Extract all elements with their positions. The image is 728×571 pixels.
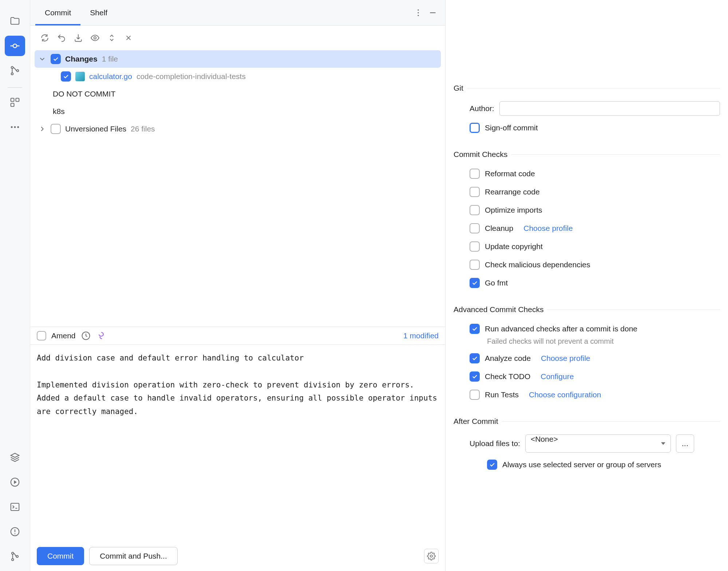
svg-point-19 xyxy=(16,555,19,558)
preview-icon[interactable] xyxy=(88,31,102,44)
git-section-title: Git xyxy=(454,84,720,92)
options-kebab-icon[interactable] xyxy=(411,5,426,20)
run-advanced-label: Run advanced checks after a commit is do… xyxy=(485,324,637,333)
run-advanced-hint: Failed checks will not prevent a commit xyxy=(454,337,720,346)
changed-file-row[interactable]: calculator.go code-completion-individual… xyxy=(35,68,441,85)
run-advanced-checkbox[interactable] xyxy=(470,324,480,334)
tabs-bar: Commit Shelf xyxy=(30,0,445,25)
upload-browse-button[interactable]: ... xyxy=(676,434,694,453)
minimize-icon[interactable] xyxy=(426,5,440,20)
rollback-icon[interactable] xyxy=(55,31,68,44)
refresh-icon[interactable] xyxy=(38,31,51,44)
copyright-checkbox[interactable] xyxy=(470,241,480,252)
gear-icon[interactable] xyxy=(424,549,439,563)
tests-row[interactable]: Run Tests Choose configuration xyxy=(454,386,720,404)
run-advanced-row[interactable]: Run advanced checks after a commit is do… xyxy=(454,320,720,338)
git-icon[interactable] xyxy=(5,546,25,567)
author-label: Author: xyxy=(470,104,494,113)
analyze-row[interactable]: Analyze code Choose profile xyxy=(454,349,720,367)
changes-checkbox[interactable] xyxy=(51,54,61,64)
unshelve-icon[interactable] xyxy=(72,31,85,44)
svg-point-17 xyxy=(12,552,14,555)
changelist-do-not-commit[interactable]: DO NOT COMMIT xyxy=(35,85,441,103)
gofmt-label: Go fmt xyxy=(485,279,508,287)
commit-message-textarea[interactable]: Add division case and default error hand… xyxy=(30,344,445,541)
svg-rect-13 xyxy=(11,503,19,511)
todo-configure-link[interactable]: Configure xyxy=(541,372,574,381)
chevron-right-icon[interactable] xyxy=(38,125,46,133)
cleanup-checkbox[interactable] xyxy=(470,223,480,233)
history-icon[interactable] xyxy=(81,331,91,341)
rearrange-label: Rearrange code xyxy=(485,188,540,196)
amend-checkbox[interactable] xyxy=(37,331,46,340)
always-server-checkbox[interactable] xyxy=(487,460,497,470)
reformat-row[interactable]: Reformat code xyxy=(454,165,720,183)
malicious-label: Check malicious dependencies xyxy=(485,260,590,269)
branch-graph-icon[interactable] xyxy=(5,60,25,81)
tests-config-link[interactable]: Choose configuration xyxy=(529,390,601,399)
problems-icon[interactable] xyxy=(5,521,25,542)
author-row: Author: xyxy=(454,98,720,119)
todo-checkbox[interactable] xyxy=(470,371,480,382)
ai-swirl-icon[interactable] xyxy=(96,331,106,341)
changes-count: 1 file xyxy=(102,55,118,63)
unversioned-checkbox[interactable] xyxy=(51,124,61,134)
more-icon[interactable] xyxy=(5,117,25,137)
commit-tool-window: Commit Shelf Changes 1 file xyxy=(30,0,446,571)
author-input[interactable] xyxy=(499,101,720,116)
reformat-label: Reformat code xyxy=(485,169,535,178)
svg-point-16 xyxy=(15,533,16,534)
todo-row[interactable]: Check TODO Configure xyxy=(454,367,720,386)
expand-collapse-icon[interactable] xyxy=(105,31,118,44)
commit-button[interactable]: Commit xyxy=(37,547,84,565)
changelist-label: DO NOT COMMIT xyxy=(53,90,115,98)
folder-icon[interactable] xyxy=(5,11,25,31)
commit-button-row: Commit Commit and Push... xyxy=(30,541,445,571)
optimize-row[interactable]: Optimize imports xyxy=(454,201,720,219)
svg-point-18 xyxy=(12,559,14,561)
upload-select-value: <None> xyxy=(531,435,558,443)
svg-point-9 xyxy=(11,126,13,128)
chevron-down-icon[interactable] xyxy=(38,55,46,63)
changes-toolbar xyxy=(30,25,445,50)
signoff-row[interactable]: Sign-off commit xyxy=(454,119,720,137)
commit-node-icon[interactable] xyxy=(5,36,25,56)
analyze-profile-link[interactable]: Choose profile xyxy=(541,354,590,363)
commit-checks-section: Commit Checks Reformat code Rearrange co… xyxy=(454,150,720,292)
play-icon[interactable] xyxy=(5,472,25,492)
malicious-row[interactable]: Check malicious dependencies xyxy=(454,256,720,274)
cleanup-row[interactable]: Cleanup Choose profile xyxy=(454,219,720,237)
reformat-checkbox[interactable] xyxy=(470,169,480,179)
analyze-checkbox[interactable] xyxy=(470,353,480,363)
commit-checks-title: Commit Checks xyxy=(454,150,720,159)
signoff-checkbox[interactable] xyxy=(470,123,480,133)
upload-row: Upload files to: <None> ... xyxy=(454,432,720,456)
gofmt-checkbox[interactable] xyxy=(470,278,480,288)
tab-commit[interactable]: Commit xyxy=(35,0,80,25)
always-server-row[interactable]: Always use selected server or group of s… xyxy=(454,456,720,474)
changelist-k8s[interactable]: k8s xyxy=(35,103,441,120)
svg-point-4 xyxy=(11,73,13,75)
rearrange-row[interactable]: Rearrange code xyxy=(454,183,720,201)
tests-checkbox[interactable] xyxy=(470,390,480,400)
svg-rect-7 xyxy=(16,98,19,102)
group-by-icon[interactable] xyxy=(122,31,135,44)
rearrange-checkbox[interactable] xyxy=(470,187,480,197)
stacks-icon[interactable] xyxy=(5,447,25,468)
svg-point-5 xyxy=(17,70,19,72)
cleanup-profile-link[interactable]: Choose profile xyxy=(523,224,573,233)
unversioned-files-node[interactable]: Unversioned Files 26 files xyxy=(35,120,441,138)
upload-select[interactable]: <None> xyxy=(525,434,671,453)
tab-shelf[interactable]: Shelf xyxy=(80,0,117,25)
malicious-checkbox[interactable] xyxy=(470,260,480,270)
modified-count[interactable]: 1 modified xyxy=(403,331,439,340)
svg-point-20 xyxy=(418,9,419,10)
commit-and-push-button[interactable]: Commit and Push... xyxy=(89,547,177,565)
copyright-row[interactable]: Update copyright xyxy=(454,237,720,256)
terminal-icon[interactable] xyxy=(5,497,25,517)
gofmt-row[interactable]: Go fmt xyxy=(454,274,720,292)
file-checkbox[interactable] xyxy=(61,71,71,82)
optimize-checkbox[interactable] xyxy=(470,205,480,215)
structure-icon[interactable] xyxy=(5,92,25,113)
changes-node[interactable]: Changes 1 file xyxy=(35,50,441,68)
